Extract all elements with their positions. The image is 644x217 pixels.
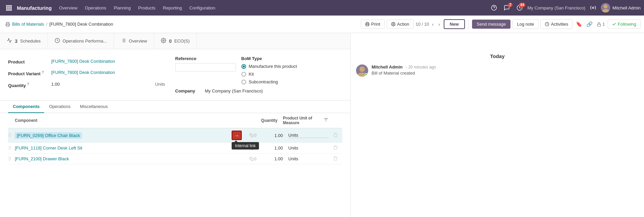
filter-settings-icon[interactable] [323, 117, 329, 124]
svg-rect-5 [10, 7, 12, 9]
quantity-value[interactable]: 1.00 [51, 82, 150, 87]
tab-components[interactable]: Components [8, 101, 44, 113]
apps-icon[interactable] [3, 2, 14, 13]
reference-label: Reference [175, 56, 236, 61]
chat-badge: 7 [508, 3, 513, 7]
nav-configuration[interactable]: Configuration [186, 3, 218, 12]
svg-rect-4 [8, 7, 10, 9]
msg-bar-right: 🔖 🔗 1 Following [575, 20, 641, 29]
delete-btn-1[interactable] [329, 133, 342, 138]
stat-overview[interactable]: Overview [114, 33, 154, 49]
print-button[interactable]: Print [361, 20, 385, 29]
clock-badge: 44 [519, 3, 525, 7]
bom-option-subcontracting[interactable]: Subcontracting [241, 79, 297, 84]
overview-icon [121, 38, 126, 44]
app-name: Manufacturing [17, 5, 52, 11]
stat-operations[interactable]: Operations Performa... [48, 33, 114, 49]
product-label: Product [8, 59, 49, 64]
tab-miscellaneous[interactable]: Miscellaneous [75, 101, 112, 113]
qty-cell-2[interactable]: 1.00 [261, 145, 288, 151]
internal-link-button[interactable]: → [232, 131, 242, 140]
bom-option-kit[interactable]: Kit [241, 72, 297, 77]
tab-operations[interactable]: Operations [44, 101, 75, 113]
svg-rect-2 [10, 5, 12, 7]
svg-point-17 [392, 24, 393, 25]
support-icon[interactable] [489, 3, 499, 12]
nav-right: 7 44 My Company (San Francisco) Mitchell… [489, 3, 641, 12]
copy-count-1: 0 [254, 133, 257, 138]
follower-count: 1 [595, 20, 606, 28]
reference-section: Reference [175, 56, 236, 84]
clock-icon[interactable]: 44 [515, 3, 525, 12]
nav-planning[interactable]: Planning [110, 3, 134, 12]
clock-activities-icon [545, 22, 549, 26]
breadcrumb-area: Bills of Materials / [FURN_7800] Desk Co… [0, 22, 357, 27]
radio-kit-circle [241, 72, 246, 77]
product-value[interactable]: [FURN_7800] Desk Combination [51, 59, 165, 64]
nav-overview[interactable]: Overview [56, 3, 81, 12]
user-profile[interactable]: Mitchell Admin [601, 3, 641, 12]
qty-cell-1[interactable]: 1.00 [261, 133, 288, 138]
reference-input[interactable] [175, 63, 236, 72]
drag-handle-2[interactable]: ⠿ [8, 145, 15, 151]
bom-option-manufacture[interactable]: Manufacture this product [241, 64, 297, 69]
new-button[interactable]: New [444, 19, 465, 29]
uom-cell-3[interactable]: Units [288, 156, 329, 161]
operations-label: Operations Performa... [63, 38, 107, 44]
radio-subcontracting-circle [241, 80, 246, 84]
bookmark-icon[interactable]: 🔖 [575, 20, 584, 29]
table-header: Component Quantity Product Unit of Measu… [8, 113, 342, 128]
drag-handle-1[interactable]: ⠿ [8, 133, 15, 138]
prev-button[interactable]: ‹ [431, 21, 436, 28]
quantity-label: Quantity ? [8, 82, 49, 88]
qty-cell-3[interactable]: 1.00 [261, 156, 288, 161]
stat-eco[interactable]: 0 ECO(S) [154, 33, 197, 49]
eco-icon [161, 38, 166, 44]
chatter-area: Today Mitchell Admin - 20 minutes ago Bi… [351, 33, 644, 217]
chatter-today-label: Today [356, 53, 639, 59]
action-toolbar: Print Action 10 / 10 ‹ › New Send messag… [357, 19, 644, 29]
company-value: My Company (San Francisco) [205, 88, 263, 93]
chatter-message: Mitchell Admin - 20 minutes ago Bill of … [356, 64, 639, 77]
copy-cell-3[interactable]: 0 [244, 157, 261, 161]
stats-bar: 3 Schedules Operations Performa... Overv… [0, 33, 350, 49]
following-button[interactable]: Following [608, 20, 641, 29]
delete-btn-3[interactable] [329, 156, 342, 162]
next-button[interactable]: › [437, 21, 442, 28]
svg-rect-8 [10, 9, 12, 11]
component-name-3[interactable]: [FURN_2100] Drawer Black [15, 156, 69, 161]
settings-icon[interactable] [588, 3, 598, 12]
svg-point-12 [592, 7, 594, 9]
product-field: Product [FURN_7800] Desk Combination [8, 56, 165, 67]
nav-products[interactable]: Products [135, 3, 159, 12]
chatter-message-text: Bill of Material created [372, 71, 436, 76]
link-icon[interactable]: 🔗 [585, 20, 594, 29]
chat-icon[interactable]: 7 [502, 3, 512, 12]
bom-type-radio-group: Manufacture this product Kit Subcontract… [241, 64, 297, 84]
copy-icon-1 [250, 133, 254, 137]
drag-handle-3[interactable]: ⠿ [8, 156, 15, 162]
breadcrumb-parent[interactable]: Bills of Materials [12, 22, 44, 27]
log-note-button[interactable]: Log note [513, 19, 538, 29]
activities-button[interactable]: Activities [540, 19, 573, 29]
chatter-author: Mitchell Admin [372, 64, 403, 70]
top-navigation: Manufacturing Overview Operations Planni… [0, 0, 644, 16]
component-name-1[interactable]: [FURN_0269] Office Chair Black [15, 132, 82, 139]
nav-reporting[interactable]: Reporting [159, 3, 185, 12]
nav-operations[interactable]: Operations [82, 3, 110, 12]
company-label: Company [175, 88, 202, 93]
component-cell-3: [FURN_2100] Drawer Black [15, 156, 242, 161]
lock-icon [597, 22, 601, 27]
ref-bom-row: Reference BoM Type Manufacture this prod… [175, 56, 343, 84]
form-fields: Product [FURN_7800] Desk Combination Pro… [0, 49, 350, 100]
uom-cell-2[interactable]: Units [288, 145, 329, 151]
copy-cell-1[interactable]: 0 [244, 133, 261, 138]
uom-cell-1[interactable]: Units [288, 133, 329, 138]
stat-schedules[interactable]: 3 Schedules [0, 33, 48, 49]
action-button[interactable]: Action [387, 20, 414, 29]
component-name-2[interactable]: [FURN_1118] Corner Desk Left Sit [15, 145, 82, 151]
product-variant-value[interactable]: [FURN_7800] Desk Combination [51, 70, 165, 75]
chatter-message-body: Mitchell Admin - 20 minutes ago Bill of … [372, 64, 436, 76]
send-message-button[interactable]: Send message [472, 20, 511, 29]
delete-btn-2[interactable] [329, 145, 342, 151]
